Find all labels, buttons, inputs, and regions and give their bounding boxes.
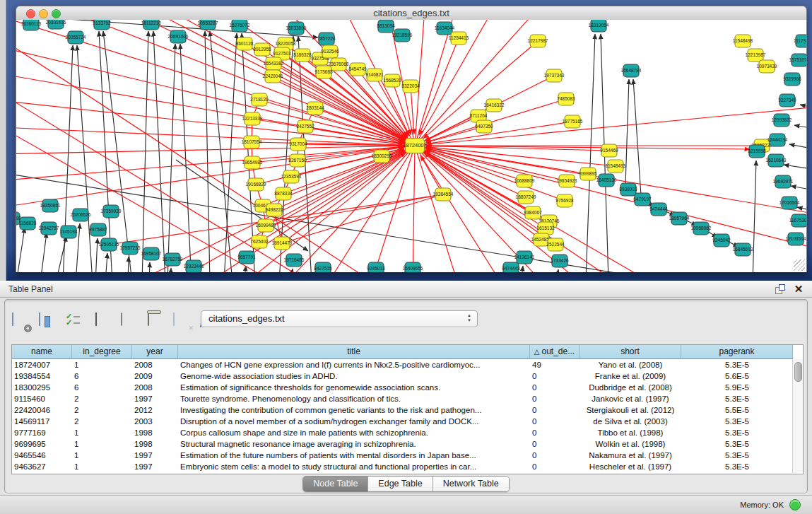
svg-text:14136141: 14136141 [514,255,535,259]
column-header-in-degree[interactable]: in_degree [72,345,132,359]
svg-text:20891406: 20891406 [168,34,189,39]
cell-in-degree: 1 [72,359,132,370]
svg-text:12942757: 12942757 [39,226,59,230]
table-row[interactable]: 946362711997Embryonic stem cells: a mode… [12,461,803,472]
cell-out-de-: 0 [530,416,579,427]
svg-text:23676068: 23676068 [329,62,349,66]
svg-text:16099489: 16099489 [256,223,276,228]
network-window-titlebar[interactable]: citations_edges.txt [16,6,807,21]
column-header-title[interactable]: title [178,345,530,359]
svg-text:9975887: 9975887 [89,227,107,232]
svg-text:17957233: 17957233 [120,245,141,250]
table-row[interactable]: 1456911722003Disruption of a novel membe… [12,416,803,427]
row-height-button[interactable] [93,313,111,330]
svg-text:12444134: 12444134 [767,137,788,142]
table-header-row: namein_degreeyeartitle△out_de...shortpag… [12,345,803,359]
svg-text:16543382: 16543382 [264,61,284,66]
sort-ascending-icon: △ [534,348,540,356]
tab-node-table[interactable]: Node Table [303,477,368,491]
close-panel-icon[interactable]: ✕ [792,284,805,295]
svg-text:8454749: 8454749 [348,66,367,71]
svg-text:1615132: 1615132 [536,226,555,230]
table-row[interactable]: 911546021997Tourette syndrome. Phenomeno… [12,393,803,404]
table-row[interactable]: 1872400712008Changes of HCN gene express… [12,359,803,370]
svg-text:15751074: 15751074 [789,57,806,62]
tab-edge-table[interactable]: Edge Table [368,477,433,491]
cell-title: Tourette syndrome. Phenomenology and cla… [178,393,530,404]
svg-text:10958962: 10958962 [691,226,712,230]
cell-year: 1997 [132,461,178,472]
svg-text:17359928: 17359928 [101,209,122,214]
cell-year: 1998 [132,427,178,438]
svg-text:10973439: 10973439 [757,64,777,69]
scrollbar-thumb[interactable] [794,362,802,382]
table-selector-dropdown[interactable]: citations_edges.txt ▲▼ [201,310,478,327]
tab-network-table[interactable]: Network Table [433,477,509,491]
cell-year: 1997 [132,393,178,404]
table-body: 1872400712008Changes of HCN gene express… [12,359,803,472]
column-visibility-button[interactable] [39,313,57,330]
svg-text:9132546: 9132546 [321,49,339,54]
table-mode-button[interactable] [12,313,30,330]
cell-out-de-: 0 [530,393,579,404]
cell-name: 9463627 [12,461,72,472]
cell-short: Stergiakouli et al. (2012) [579,404,681,416]
svg-text:8813054: 8813054 [377,23,395,28]
create-column-button[interactable] [119,313,138,330]
svg-text:11173451: 11173451 [794,38,806,43]
svg-text:18775165: 18775165 [563,119,583,124]
cell-in-degree: 1 [72,450,132,461]
cell-short: Yano et al. (2008) [579,359,681,370]
cell-short: Tibbo et al. (1998) [579,427,681,438]
select-columns-button[interactable]: ✓✓ [66,313,84,330]
delete-column-button[interactable] [146,313,165,330]
svg-text:9317004: 9317004 [289,141,307,146]
table-row[interactable]: 946554611997Estimation of the future num… [12,450,803,461]
cell-out-de-: 0 [530,382,579,393]
delete-table-button: ✕ [173,313,192,330]
table-row[interactable]: 1938455462009Genome-wide association stu… [12,370,803,382]
panel-title: Table Panel [8,284,53,294]
svg-text:16033809: 16033809 [286,25,307,30]
svg-text:12505135: 12505135 [99,242,119,247]
x-icon: ✕ [188,325,194,332]
cell-title: Investigating the contribution of common… [178,404,530,416]
cell-year: 1998 [132,438,178,450]
table-scrollbar[interactable] [792,359,803,473]
svg-text:2522544: 2522544 [546,242,565,247]
table-row[interactable]: 2242004622012Investigating the contribut… [12,404,803,416]
column-header-short[interactable]: short [579,345,681,359]
svg-text:19692971: 19692971 [773,179,794,184]
float-panel-icon[interactable] [774,284,787,295]
cytoscape-desktop: citations_edges.txt 16360113203014162005… [6,0,812,281]
svg-text:18107554: 18107554 [242,139,262,144]
cell-pagerank: 5.3E-5 [681,438,793,450]
table-row[interactable]: 977716911998Corpus callosum shape and si… [12,427,803,438]
cell-short: Hescheler et al. (1997) [579,461,681,472]
cell-name: 18724007 [12,359,72,370]
cell-short: Nakamura et al. (1997) [579,450,681,461]
cell-out-de-: 0 [530,438,579,450]
cell-title: Disruption of a novel member of a sodium… [178,416,530,427]
trash-icon [148,313,149,326]
cell-title: Corpus callosum shape and size in male p… [178,427,530,438]
svg-text:9154469: 9154469 [600,148,618,153]
network-canvas[interactable]: 1636011320301416200557249133792181122102… [16,20,807,272]
svg-text:1145194: 1145194 [60,229,78,234]
svg-text:16405130: 16405130 [596,177,617,182]
svg-text:7625402: 7625402 [250,239,269,244]
svg-text:18350861: 18350861 [40,203,61,208]
cell-pagerank: 5.5E-5 [681,404,793,416]
column-header-out-de-[interactable]: △out_de... [530,345,579,359]
column-header-year[interactable]: year [132,345,178,359]
column-highlight-icon [45,316,50,327]
resize-grip-icon[interactable] [794,259,805,271]
column-header-pagerank[interactable]: pagerank [681,345,793,359]
svg-text:20301416: 20301416 [46,20,66,25]
svg-text:11634044: 11634044 [435,25,455,30]
column-header-name[interactable]: name [12,345,72,359]
svg-text:8322034: 8322034 [401,83,420,88]
table-row[interactable]: 1830029562008Estimation of significance … [12,382,803,393]
table-row[interactable]: 969969511998Structural magnetic resonanc… [12,438,803,450]
memory-ok-icon[interactable] [789,499,801,510]
